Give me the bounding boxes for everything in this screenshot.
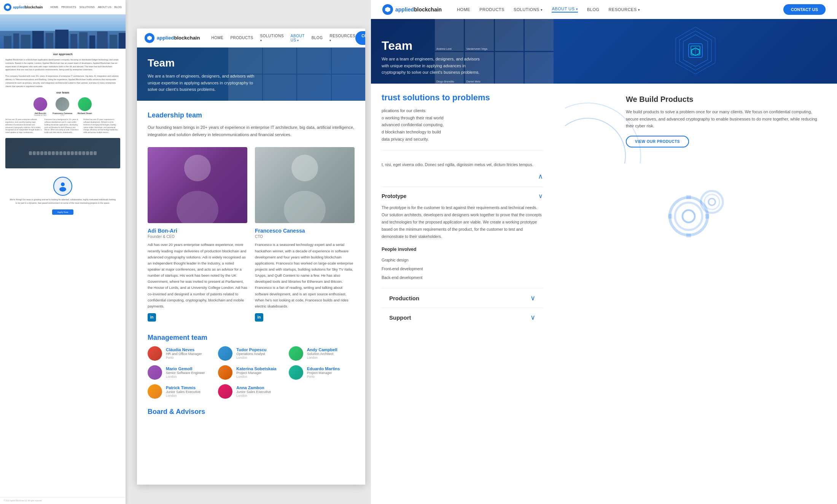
fc-name: Francesco Canessa — [255, 228, 355, 234]
prototype-content: The prototype is for the customer to tes… — [382, 204, 543, 281]
left-nav-blog[interactable]: BLOG — [115, 6, 122, 8]
person-dot-18 — [94, 151, 97, 155]
person-dot-15 — [82, 151, 85, 155]
fc-linkedin-button[interactable]: in — [255, 313, 263, 322]
person-dot-4 — [40, 151, 43, 155]
we-build-desc: We build products to solve a problem onc… — [626, 108, 826, 130]
anna-info: Anna Zambon Junior Sales Executive Londo… — [236, 385, 271, 398]
claudia-avatar — [148, 346, 162, 361]
person-dot-9 — [59, 151, 62, 155]
svg-marker-0 — [6, 5, 10, 9]
mario-info: Mario Gemoll Senior Software Engineer Lo… — [166, 366, 205, 379]
hero-face-6 — [263, 74, 297, 101]
left-nav-products[interactable]: PRODUCTS — [61, 6, 76, 8]
lorem-text: t, nisi, eget viverra odio. Donec sed ng… — [382, 161, 543, 168]
svg-point-38 — [708, 198, 715, 205]
trust-bullets: plications for our clients: o working th… — [382, 107, 543, 143]
left-avatar-rs-photo — [78, 97, 92, 111]
person-dot-17 — [90, 151, 93, 155]
trust-title: trust solutions to problems — [382, 93, 543, 103]
board-title: Board & Advisors — [148, 408, 355, 416]
right-nav-products[interactable]: PRODUCTS — [479, 7, 504, 12]
andy-location: London — [307, 356, 337, 360]
main-center-panel: appliedblockchain HOME PRODUCTS SOLUTION… — [137, 29, 365, 485]
mgmt-item-tudor: Tudor Popescu Operations Analyst London — [218, 346, 284, 361]
left-cta-section: We're Hiring! Our team is growing and we… — [5, 173, 120, 219]
tudor-info: Tudor Popescu Operations Analyst London — [236, 347, 266, 360]
main-nav-home[interactable]: HOME — [211, 36, 223, 40]
left-avatar-fc-role: CTO — [53, 114, 72, 116]
prototype-header[interactable]: Prototype ∨ — [382, 192, 543, 200]
right-nav-resources[interactable]: RESOURCES — [609, 7, 640, 12]
fc-silhouette-icon — [282, 147, 328, 223]
leadership-section: Leadership team Our founding team brings… — [148, 111, 355, 322]
main-logo-svg — [146, 35, 153, 41]
left-team-avatars: Adi Bon-Ari Founder & CEO Francesco Cane… — [5, 97, 120, 116]
svg-point-37 — [704, 194, 719, 209]
right-nav-home[interactable]: HOME — [457, 7, 470, 12]
main-hero: Team We are a team of engineers, designe… — [137, 48, 365, 101]
svg-point-30 — [675, 203, 702, 230]
right-logo: appliedblockchain — [382, 4, 442, 15]
right-nav-about[interactable]: ABOUT US — [552, 6, 578, 13]
left-group-photo — [5, 138, 120, 168]
adi-role: Founder & CEO — [148, 235, 247, 239]
rr-hero — [554, 19, 837, 84]
left-nav-solutions[interactable]: SOLUTIONS — [79, 6, 94, 8]
support-accordion[interactable]: Support ∨ — [382, 307, 543, 327]
main-contact-button[interactable]: CONTACT US — [355, 31, 365, 45]
right-contact-button[interactable]: CONTACT US — [783, 4, 826, 15]
svg-rect-9 — [79, 32, 88, 49]
left-content: our approach Applied Blockchain is a blo… — [0, 49, 126, 222]
main-nav-solutions[interactable]: SOLUTIONS — [260, 34, 284, 42]
left-nav-home[interactable]: HOME — [50, 6, 58, 8]
andy-info: Andy Campbell Solution Architect London — [307, 347, 337, 360]
katerina-name: Katerina Sobetskaia — [236, 366, 276, 371]
management-title: Management team — [148, 334, 355, 342]
production-accordion[interactable]: Production ∨ — [382, 288, 543, 307]
person-dot-12 — [71, 151, 74, 155]
left-approach-text1: Applied Blockchain is a blockchain appli… — [5, 58, 120, 71]
people-involved: People involved Graphic design Front-end… — [382, 246, 543, 281]
right-nav-blog[interactable]: BLOG — [587, 7, 600, 12]
management-section: Management team Cláudia Neves HR and Off… — [148, 334, 355, 399]
main-logo-text: appliedblockchain — [157, 35, 200, 41]
anna-avatar — [218, 384, 232, 399]
svg-point-31 — [682, 210, 694, 222]
collapse-icon[interactable]: ∧ — [538, 172, 543, 181]
mgmt-item-claudia: Cláudia Neves HR and Office Manager Port… — [148, 346, 213, 361]
right-content: Andrew Lord Vanderveen Vega Diogo Brandã… — [371, 19, 837, 504]
mgmt-item-anna: Anna Zambon Junior Sales Executive Londo… — [218, 384, 284, 399]
hero-face-3 — [297, 48, 331, 74]
claudia-name: Cláudia Neves — [166, 347, 202, 352]
rh-face-7 — [495, 52, 524, 84]
left-cta-text: We're Hiring! Our team is growing and we… — [9, 198, 116, 205]
right-nav-solutions[interactable]: SOLUTIONS — [514, 7, 543, 12]
production-chevron-icon: ∨ — [530, 294, 535, 302]
left-nav-links: HOME PRODUCTS SOLUTIONS ABOUT US BLOG — [50, 6, 122, 8]
prototype-accordion[interactable]: Prototype ∨ The prototype is for the cus… — [382, 187, 543, 288]
left-hero — [0, 14, 126, 49]
person-dot-2 — [33, 151, 36, 155]
main-nav-resources[interactable]: RESOURCES — [329, 34, 355, 42]
andy-avatar — [289, 346, 303, 361]
main-nav: appliedblockchain HOME PRODUCTS SOLUTION… — [137, 29, 365, 48]
svg-point-18 — [177, 191, 218, 223]
main-logo-icon — [145, 33, 154, 43]
claudia-location: Porto — [166, 356, 202, 360]
svg-rect-35 — [705, 214, 709, 219]
left-logo-text: appliedblockchain — [13, 5, 43, 9]
mgmt-item-andy: Andy Campbell Solution Architect London — [289, 346, 355, 361]
apply-now-button[interactable]: Apply Now — [52, 209, 74, 215]
main-nav-products[interactable]: PRODUCTS — [230, 36, 253, 40]
svg-rect-2 — [4, 36, 11, 49]
claudia-role: HR and Office Manager — [166, 352, 202, 356]
left-nav-about[interactable]: ABOUT US — [98, 6, 111, 8]
adi-linkedin-button[interactable]: in — [148, 313, 156, 322]
tudor-location: London — [236, 356, 266, 360]
prototype-title: Prototype — [382, 193, 406, 199]
right-nav-links: HOME PRODUCTS SOLUTIONS ABOUT US BLOG RE… — [457, 6, 640, 13]
tudor-avatar — [218, 346, 232, 361]
main-nav-about[interactable]: ABOUT US — [291, 34, 305, 42]
main-nav-blog[interactable]: BLOG — [312, 36, 323, 40]
